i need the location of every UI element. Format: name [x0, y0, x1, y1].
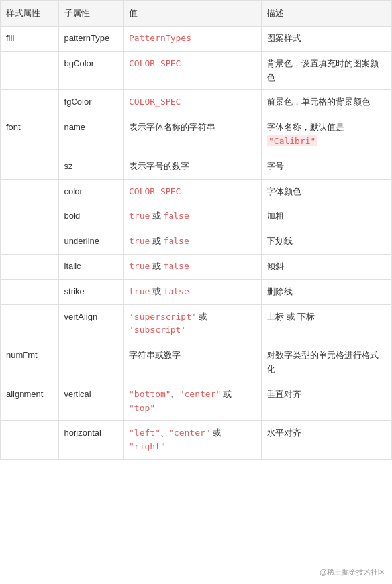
- cell-sub: [58, 343, 124, 382]
- table-body: fillpatternTypePatternTypes图案样式bgColorCO…: [1, 27, 392, 460]
- cell-desc: 上标 或 下标: [261, 304, 391, 343]
- cell-style: [1, 279, 59, 304]
- cell-desc: 图案样式: [261, 27, 391, 52]
- cell-sub: vertical: [58, 382, 124, 421]
- table-row: boldtrue 或 false加粗: [1, 204, 392, 229]
- cell-val: COLOR_SPEC: [124, 179, 262, 204]
- cell-val: "left"、"center" 或 "right": [124, 421, 262, 460]
- cell-val: true 或 false: [124, 229, 262, 255]
- cell-style: [1, 421, 59, 460]
- cell-sub: italic: [58, 254, 124, 279]
- cell-desc: 前景色，单元格的背景颜色: [261, 90, 391, 115]
- watermark: @稀土掘金技术社区: [320, 567, 385, 577]
- header-sub: 子属性: [58, 1, 124, 27]
- table-row: fontname表示字体名称的字符串字体名称，默认值是 "Calibri": [1, 115, 392, 154]
- cell-sub: name: [58, 115, 124, 154]
- cell-style: fill: [1, 27, 59, 52]
- cell-desc: 字体颜色: [261, 179, 391, 204]
- table-row: alignmentvertical"bottom"、"center" 或 "to…: [1, 382, 392, 421]
- table-row: horizontal"left"、"center" 或 "right"水平对齐: [1, 421, 392, 460]
- cell-desc: 下划线: [261, 229, 391, 255]
- cell-style: [1, 204, 59, 229]
- cell-val: true 或 false: [124, 279, 262, 304]
- cell-val: COLOR_SPEC: [124, 90, 262, 115]
- cell-style: numFmt: [1, 343, 59, 382]
- table-row: numFmt字符串或数字对数字类型的单元格进行格式化: [1, 343, 392, 382]
- table-row: sz表示字号的数字字号: [1, 154, 392, 179]
- cell-val: true 或 false: [124, 254, 262, 279]
- style-table: 样式属性 子属性 值 描述 fillpatternTypePatternType…: [0, 0, 392, 460]
- cell-val: PatternTypes: [124, 27, 262, 52]
- cell-style: alignment: [1, 382, 59, 421]
- main-container: 样式属性 子属性 值 描述 fillpatternTypePatternType…: [0, 0, 392, 584]
- cell-val: "bottom"、"center" 或 "top": [124, 382, 262, 421]
- cell-val: COLOR_SPEC: [124, 51, 262, 90]
- table-row: vertAlign'superscript' 或 'subscript'上标 或…: [1, 304, 392, 343]
- cell-val: true 或 false: [124, 204, 262, 229]
- cell-sub: fgColor: [58, 90, 124, 115]
- header-desc: 描述: [261, 1, 391, 27]
- cell-sub: strike: [58, 279, 124, 304]
- cell-val: 表示字体名称的字符串: [124, 115, 262, 154]
- table-row: underlinetrue 或 false下划线: [1, 229, 392, 255]
- cell-style: font: [1, 115, 59, 154]
- table-row: bgColorCOLOR_SPEC背景色，设置填充时的图案颜色: [1, 51, 392, 90]
- table-row: striketrue 或 false删除线: [1, 279, 392, 304]
- table-header-row: 样式属性 子属性 值 描述: [1, 1, 392, 27]
- cell-sub: color: [58, 179, 124, 204]
- table-row: italictrue 或 false倾斜: [1, 254, 392, 279]
- cell-style: [1, 179, 59, 204]
- cell-sub: horizontal: [58, 421, 124, 460]
- cell-val: 表示字号的数字: [124, 154, 262, 179]
- cell-desc: 背景色，设置填充时的图案颜色: [261, 51, 391, 90]
- cell-desc: 垂直对齐: [261, 382, 391, 421]
- cell-sub: bgColor: [58, 51, 124, 90]
- cell-style: [1, 254, 59, 279]
- cell-style: [1, 229, 59, 255]
- table-row: fillpatternTypePatternTypes图案样式: [1, 27, 392, 52]
- cell-style: [1, 154, 59, 179]
- cell-desc: 水平对齐: [261, 421, 391, 460]
- cell-desc: 加粗: [261, 204, 391, 229]
- cell-desc: 删除线: [261, 279, 391, 304]
- cell-sub: bold: [58, 204, 124, 229]
- cell-style: [1, 90, 59, 115]
- cell-style: [1, 51, 59, 90]
- table-row: colorCOLOR_SPEC字体颜色: [1, 179, 392, 204]
- cell-desc: 对数字类型的单元格进行格式化: [261, 343, 391, 382]
- cell-sub: underline: [58, 229, 124, 255]
- cell-desc: 倾斜: [261, 254, 391, 279]
- cell-sub: patternType: [58, 27, 124, 52]
- header-style: 样式属性: [1, 1, 59, 27]
- cell-sub: sz: [58, 154, 124, 179]
- table-row: fgColorCOLOR_SPEC前景色，单元格的背景颜色: [1, 90, 392, 115]
- cell-style: [1, 304, 59, 343]
- header-val: 值: [124, 1, 262, 27]
- cell-sub: vertAlign: [58, 304, 124, 343]
- cell-desc: 字号: [261, 154, 391, 179]
- cell-desc: 字体名称，默认值是 "Calibri": [261, 115, 391, 154]
- cell-val: 'superscript' 或 'subscript': [124, 304, 262, 343]
- cell-val: 字符串或数字: [124, 343, 262, 382]
